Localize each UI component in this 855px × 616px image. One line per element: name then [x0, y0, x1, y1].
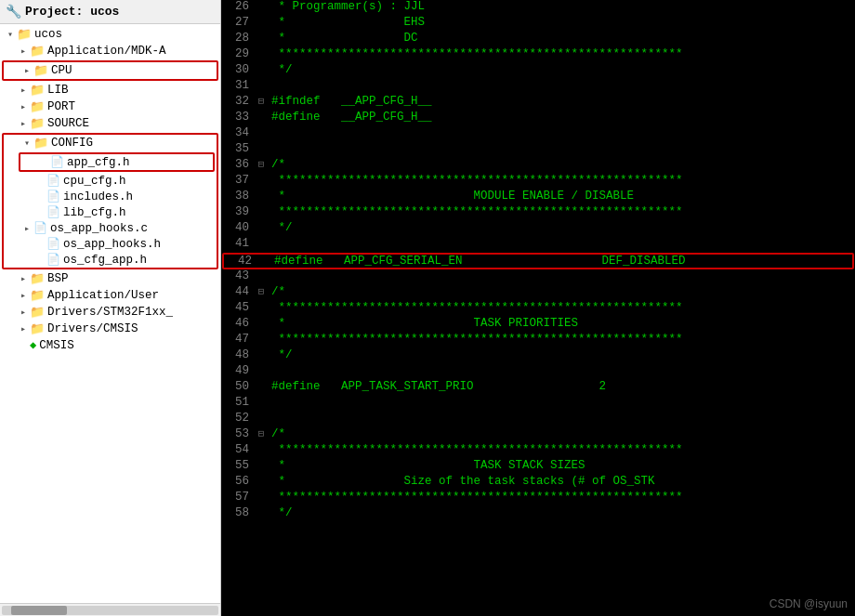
toggle-os-app-hooks-c[interactable]: ▸ [20, 223, 33, 234]
code-line-40: 40 */ [221, 221, 855, 237]
line-fold-53[interactable]: ⊟ [255, 427, 268, 439]
label-app-user: Application/User [47, 289, 159, 302]
line-fold-36[interactable]: ⊟ [255, 158, 268, 170]
line-number-28: 28 [221, 32, 255, 45]
tree-item-app-cfg[interactable]: 📄 app_cfg.h [20, 154, 213, 170]
line-number-37: 37 [221, 174, 255, 187]
code-line-56: 56 * Size of the task stacks (# of OS_ST… [221, 475, 855, 491]
line-number-58: 58 [221, 506, 255, 519]
line-number-42: 42 [224, 255, 257, 268]
line-number-34: 34 [221, 126, 255, 139]
folder-icon-bsp: 📁 [30, 271, 45, 286]
toggle-drivers-cmsis[interactable]: ▸ [17, 323, 30, 334]
line-content-38: * MODULE ENABLE / DISABLE [268, 190, 855, 203]
toggle-appMDK[interactable]: ▸ [17, 46, 30, 57]
toggle-lib[interactable]: ▸ [17, 85, 30, 96]
toggle-source[interactable]: ▸ [17, 118, 30, 129]
code-line-50: 50#define APP_TASK_START_PRIO 2 [221, 380, 855, 396]
tree-item-os-app-hooks-h[interactable]: 📄 os_app_hooks.h [4, 236, 217, 252]
line-number-48: 48 [221, 348, 255, 361]
line-number-26: 26 [221, 0, 255, 13]
folder-icon-drivers-cmsis: 📁 [30, 321, 45, 336]
config-highlight-box: ▾ 📁 CONFIG 📄 app_cfg.h 📄 cpu_cfg.h [2, 133, 218, 269]
folder-icon-drivers-stm: 📁 [30, 305, 45, 320]
tree-item-lib-cfg[interactable]: 📄 lib_cfg.h [4, 204, 217, 220]
code-line-57: 57 *************************************… [221, 491, 855, 506]
horizontal-scrollbar-area[interactable] [0, 603, 220, 616]
line-content-44: /* [268, 285, 855, 298]
code-line-34: 34 [221, 126, 855, 142]
label-os-cfg-app: os_cfg_app.h [63, 254, 147, 267]
folder-icon-source: 📁 [30, 116, 45, 131]
left-panel: 🔧 Project: ucos ▾ 📁 ucos ▸ 📁 Application… [0, 0, 221, 616]
project-icon: 🔧 [6, 4, 21, 20]
line-fold-32[interactable]: ⊟ [255, 95, 268, 107]
label-lib-cfg: lib_cfg.h [63, 206, 126, 219]
toggle-port[interactable]: ▸ [17, 101, 30, 112]
code-line-52: 52 [221, 412, 855, 427]
code-line-55: 55 * TASK STACK SIZES [221, 459, 855, 475]
code-line-42: 42#define APP_CFG_SERIAL_EN DEF_DISABLED [222, 253, 854, 269]
appcfg-highlight-box: 📄 app_cfg.h [19, 152, 215, 172]
tree-item-drivers-stm[interactable]: ▸ 📁 Drivers/STM32F1xx_ [0, 304, 220, 321]
tree-item-os-cfg-app[interactable]: 📄 os_cfg_app.h [4, 252, 217, 268]
tree-item-app-user[interactable]: ▸ 📁 Application/User [0, 287, 220, 304]
line-content-32: #ifndef __APP_CFG_H__ [268, 95, 855, 108]
code-line-31: 31 [221, 79, 855, 95]
line-fold-44[interactable]: ⊟ [255, 285, 268, 297]
label-cmsis: CMSIS [39, 339, 74, 352]
code-editor: 26 * Programmer(s) : JJL27 * EHS28 * DC2… [221, 0, 855, 616]
toggle-app-user[interactable]: ▸ [17, 290, 30, 301]
line-number-56: 56 [221, 475, 255, 488]
file-icon-includes: 📄 [46, 190, 60, 203]
tree-item-lib[interactable]: ▸ 📁 LIB [0, 82, 220, 98]
label-cpu: CPU [51, 64, 72, 77]
code-line-54: 54 *************************************… [221, 443, 855, 459]
line-number-53: 53 [221, 427, 255, 440]
tree-item-source[interactable]: ▸ 📁 SOURCE [0, 115, 220, 132]
tree-item-cpu[interactable]: ▸ 📁 CPU [2, 60, 218, 81]
label-cpu-cfg: cpu_cfg.h [63, 175, 126, 188]
code-line-27: 27 * EHS [221, 16, 855, 32]
toggle-cpu[interactable]: ▸ [20, 65, 33, 76]
tree-item-ucos[interactable]: ▾ 📁 ucos [0, 26, 220, 43]
tree-item-appMDK[interactable]: ▸ 📁 Application/MDK-A [0, 43, 220, 59]
file-icon-os-app-hooks-c: 📄 [33, 221, 47, 235]
code-line-41: 41 [221, 237, 855, 253]
toggle-bsp[interactable]: ▸ [17, 273, 30, 284]
label-app-cfg: app_cfg.h [67, 156, 130, 169]
code-line-37: 37 *************************************… [221, 174, 855, 190]
scrollbar-thumb[interactable] [11, 606, 67, 615]
folder-icon-config: 📁 [33, 136, 48, 151]
code-line-35: 35 [221, 142, 855, 158]
line-number-31: 31 [221, 79, 255, 92]
label-config: CONFIG [51, 137, 93, 150]
line-number-52: 52 [221, 412, 255, 425]
tree-item-drivers-cmsis[interactable]: ▸ 📁 Drivers/CMSIS [0, 321, 220, 337]
code-line-53: 53⊟/* [221, 427, 855, 443]
code-line-36: 36⊟/* [221, 158, 855, 174]
tree-item-bsp[interactable]: ▸ 📁 BSP [0, 270, 220, 287]
tree-item-includes[interactable]: 📄 includes.h [4, 189, 217, 204]
line-content-40: */ [268, 221, 855, 234]
tree-item-cpu-cfg[interactable]: 📄 cpu_cfg.h [4, 173, 217, 189]
label-bsp: BSP [47, 272, 69, 285]
tree-item-port[interactable]: ▸ 📁 PORT [0, 98, 220, 115]
tree-item-config[interactable]: ▾ 📁 CONFIG [4, 135, 217, 151]
line-number-30: 30 [221, 63, 255, 76]
horizontal-scrollbar[interactable] [2, 606, 218, 615]
file-icon-app-cfg: 📄 [50, 155, 64, 169]
tree-item-os-app-hooks-c[interactable]: ▸ 📄 os_app_hooks.c [4, 220, 217, 236]
line-content-29: ****************************************… [268, 47, 855, 60]
label-appMDK: Application/MDK-A [47, 45, 166, 58]
line-number-40: 40 [221, 221, 255, 234]
toggle-ucos[interactable]: ▾ [4, 29, 17, 40]
toggle-config[interactable]: ▾ [20, 138, 33, 149]
folder-icon-lib: 📁 [30, 83, 45, 98]
watermark: CSDN @isyuun [770, 597, 848, 610]
line-content-36: /* [268, 158, 855, 171]
toggle-drivers-stm[interactable]: ▸ [17, 307, 30, 318]
code-line-28: 28 * DC [221, 32, 855, 47]
file-icon-os-app-hooks-h: 📄 [46, 237, 60, 251]
tree-item-cmsis[interactable]: ◆ CMSIS [0, 337, 220, 353]
